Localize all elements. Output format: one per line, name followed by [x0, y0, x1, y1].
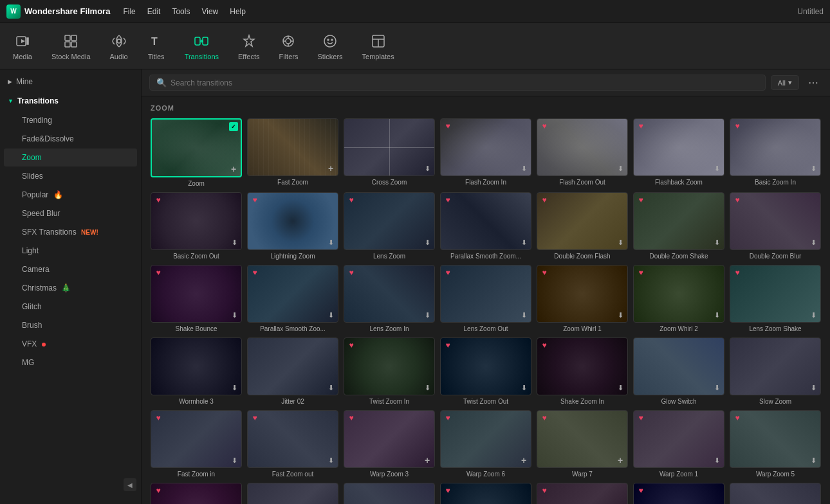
toolbar-templates[interactable]: Templates [362, 32, 394, 60]
app-name: Wondershare Filmora [24, 6, 110, 16]
svg-point-19 [327, 39, 329, 40]
sidebar-item-vfx[interactable]: VFX [4, 335, 137, 353]
toolbar-titles[interactable]: T Titles [147, 32, 165, 60]
card-warp-zoom-5[interactable]: ♥ ⬇ Warp Zoom 5 [730, 410, 821, 478]
svg-marker-1 [21, 39, 25, 43]
card-lens-zoom-shake[interactable]: ♥ ⬇ Lens Zoom Shake [730, 265, 821, 332]
menu-view[interactable]: View [201, 7, 218, 16]
toolbar-audio[interactable]: Audio [110, 32, 128, 60]
card-parallax-smooth-zoom[interactable]: ♥ ⬇ Parallax Smooth Zoom... [440, 192, 531, 260]
card-basic-zoom-out[interactable]: ♥ ⬇ Basic Zoom Out [151, 192, 242, 260]
card-warp-zoom-6[interactable]: ♥ + Warp Zoom 6 [440, 410, 531, 478]
app-logo[interactable]: W Wondershare Filmora [6, 4, 110, 19]
menu-edit[interactable]: Edit [147, 7, 161, 16]
thumb-basic-zoom-out: ♥ ⬇ [151, 192, 242, 250]
svg-point-20 [331, 39, 333, 40]
card-double-zoom-shake[interactable]: ♥ ⬇ Double Zoom Shake [633, 192, 724, 260]
svg-rect-10 [203, 37, 208, 45]
card-fast-zoom-out[interactable]: ♥ ⬇ Fast Zoom out [247, 410, 338, 478]
card-zoom-whirl-2[interactable]: ♥ ⬇ Zoom Whirl 2 [633, 265, 724, 332]
sidebar-item-zoom[interactable]: Zoom [4, 148, 137, 166]
transitions-arrow: ▼ [8, 98, 14, 104]
card-lightning-zoom[interactable]: ♥ ⬇ Lightning Zoom [247, 192, 338, 260]
toolbar-stickers[interactable]: Stickers [317, 32, 342, 60]
flashback-dl-icon: ⬇ [712, 164, 721, 173]
transitions-section-label: Transitions [17, 96, 59, 105]
toolbar-stock-media[interactable]: Stock Media [51, 32, 91, 60]
sidebar-item-popular[interactable]: Popular 🔥 [4, 186, 137, 204]
card-zoom-whirl-1[interactable]: ♥ ⬇ Zoom Whirl 1 [537, 265, 628, 332]
card-row6-7[interactable]: ⬇ Warp ... [730, 483, 821, 504]
card-cross-zoom[interactable]: ⬇ Cross Zoom [344, 118, 435, 187]
card-double-zoom-flash[interactable]: ♥ ⬇ Double Zoom Flash [537, 192, 628, 260]
card-fast-zoom-label: Fast Zoom [247, 179, 338, 186]
card-double-zoom-blur[interactable]: ♥ ⬇ Double Zoom Blur [730, 192, 821, 260]
search-input-wrap[interactable]: 🔍 [149, 75, 766, 91]
thumb-lightning-zoom: ♥ ⬇ [247, 192, 338, 250]
toolbar-effects[interactable]: Effects [238, 32, 259, 60]
card-row6-4[interactable]: ♥ ⬇ Shake Zo... [440, 483, 531, 504]
filter-button[interactable]: All ▾ [771, 75, 799, 90]
sidebar-collapse-btn[interactable]: ◀ [124, 478, 136, 491]
card-jitter-02[interactable]: ⬇ Jitter 02 [247, 338, 338, 405]
card-row6-1[interactable]: ♥ ⬇ Zoom Now Blur [151, 483, 242, 504]
card-row6-6[interactable]: ♥ ⬇ Fast Fla... [633, 483, 724, 504]
sidebar-item-trending[interactable]: Trending [4, 111, 137, 129]
card-parallax-smooth-zoo2[interactable]: ♥ ⬇ Parallax Smooth Zoo... [247, 265, 338, 332]
card-zoom[interactable]: ✓ + Zoom [151, 118, 242, 187]
sidebar-item-christmas[interactable]: Christmas 🎄 [4, 279, 137, 297]
card-fast-zoom[interactable]: + Fast Zoom [247, 118, 338, 187]
fast-in-heart: ♥ [154, 413, 163, 422]
sidebar-item-fade-dissolve[interactable]: Fade&Dissolve [4, 130, 137, 148]
card-flash-zoom-in[interactable]: ♥ ⬇ Flash Zoom In [440, 118, 531, 187]
card-warp-zoom-3[interactable]: ♥ + Warp Zoom 3 [344, 410, 435, 478]
search-input[interactable] [171, 78, 759, 87]
card-fast-zoom-in[interactable]: ♥ ⬇ Fast Zoom in [151, 410, 242, 478]
sidebar-item-speed-blur[interactable]: Speed Blur [4, 204, 137, 222]
sidebar-transitions-header[interactable]: ▼ Transitions [0, 91, 141, 111]
menu-tools[interactable]: Tools [172, 7, 190, 16]
sidebar-item-mg[interactable]: MG [4, 354, 137, 372]
card-flash-zoom-out[interactable]: ♥ ⬇ Flash Zoom Out [537, 118, 628, 187]
toolbar-transitions[interactable]: Transitions [185, 32, 219, 60]
card-wormhole-3[interactable]: ⬇ Wormhole 3 [151, 338, 242, 405]
sidebar-item-brush[interactable]: Brush [4, 316, 137, 334]
card-glow-switch[interactable]: ⬇ Glow Switch [633, 338, 724, 405]
menu-help[interactable]: Help [230, 7, 246, 16]
warp7-heart: ♥ [540, 413, 549, 422]
toolbar-filters[interactable]: Filters [279, 32, 298, 60]
shake-bounce-heart: ♥ [154, 268, 163, 277]
window-title: Untitled [797, 7, 824, 16]
card-basic-zoom-in[interactable]: ♥ ⬇ Basic Zoom In [730, 118, 821, 187]
card-shake-zoom-in[interactable]: ♥ ⬇ Shake Zoom In [537, 338, 628, 405]
card-flashback-zoom[interactable]: ♥ ⬇ Flashback Zoom [633, 118, 724, 187]
card-twist-zoom-out[interactable]: ♥ ⬇ Twist Zoom Out [440, 338, 531, 405]
more-button[interactable]: ⋯ [804, 75, 822, 90]
warp5-heart: ♥ [733, 413, 742, 422]
card-lens-zoom-out[interactable]: ♥ ⬇ Lens Zoom Out [440, 265, 531, 332]
card-slow-zoom[interactable]: ⬇ Slow Zoom [730, 338, 821, 405]
sidebar-item-sfx[interactable]: SFX Transitions NEW! [4, 223, 137, 241]
sidebar-mine-header[interactable]: ▶ Mine [0, 72, 141, 91]
lightning-heart: ♥ [250, 195, 259, 204]
lens-in-dl: ⬇ [423, 310, 432, 320]
sidebar-item-light[interactable]: Light [4, 242, 137, 260]
card-shake-bounce[interactable]: ♥ ⬇ Shake Bounce [151, 265, 242, 332]
sidebar-item-camera[interactable]: Camera [4, 260, 137, 278]
card-lens-zoom-in[interactable]: ♥ ⬇ Lens Zoom In [344, 265, 435, 332]
toolbar-media[interactable]: Media [13, 32, 32, 60]
warp5-dl: ⬇ [809, 456, 818, 465]
menu-file[interactable]: File [123, 7, 135, 16]
card-row6-5[interactable]: ♥ ⬇ Shake Zo... [537, 483, 628, 504]
card-lens-zoom[interactable]: ♥ ⬇ Lens Zoom [344, 192, 435, 260]
zoom-add-icon: + [229, 165, 238, 174]
card-row6-2[interactable]: ⬇ Headlights [247, 483, 338, 504]
card-warp-zoom-1[interactable]: ♥ ⬇ Warp Zoom 1 [633, 410, 724, 478]
thumb-flash-zoom-out: ♥ ⬇ [537, 118, 628, 176]
card-twist-zoom-in[interactable]: ♥ ⬇ Twist Zoom In [344, 338, 435, 405]
sidebar-item-glitch[interactable]: Glitch [4, 298, 137, 316]
card-warp-7[interactable]: ♥ + Warp 7 [537, 410, 628, 478]
thumb-slow-zoom: ⬇ [730, 338, 821, 395]
card-row6-3[interactable]: ⬇ Parallax Mor... [344, 483, 435, 504]
sidebar-item-slides[interactable]: Slides [4, 167, 137, 185]
